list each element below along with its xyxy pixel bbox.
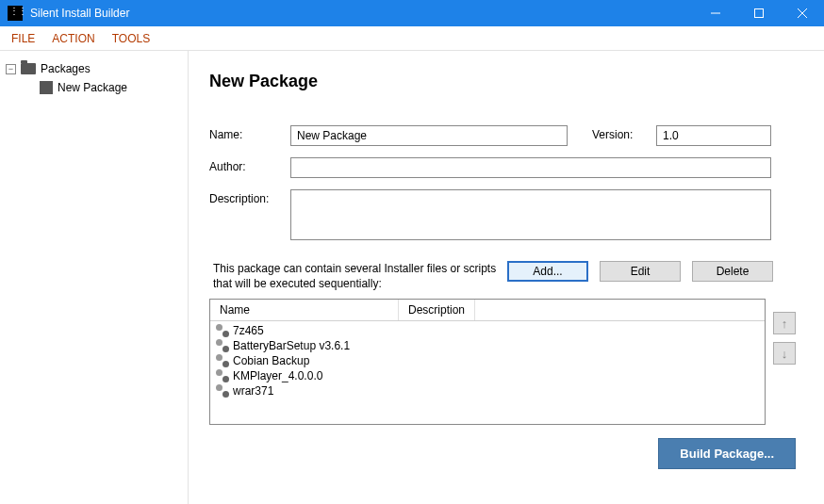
svg-rect-1 [755, 9, 764, 18]
version-label: Version: [592, 125, 656, 141]
delete-button[interactable]: Delete [692, 261, 773, 282]
description-input[interactable] [290, 189, 771, 240]
list-item[interactable]: BatteryBarSetup v3.6.1 [210, 338, 765, 353]
list-item-name: Cobian Backup [233, 354, 309, 367]
list-item[interactable]: wrar371 [210, 383, 765, 398]
folder-icon [21, 63, 36, 74]
author-label: Author: [209, 157, 290, 173]
description-label: Description: [209, 189, 290, 205]
close-button[interactable] [781, 0, 824, 26]
menubar: FILE ACTION TOOLS [0, 26, 824, 51]
col-header-name[interactable]: Name [210, 300, 399, 320]
list-header: Name Description [210, 300, 765, 321]
page-title: New Package [209, 72, 796, 91]
installer-icon [216, 324, 229, 337]
app-icon [8, 6, 23, 21]
sidebar: − Packages New Package [0, 51, 189, 504]
name-label: Name: [209, 125, 290, 141]
installer-icon [216, 354, 229, 367]
menu-file[interactable]: FILE [11, 32, 35, 45]
list-body: 7z465 BatteryBarSetup v3.6.1 Cobian Back… [210, 321, 765, 400]
list-item-name: wrar371 [233, 384, 273, 398]
list-item-name: BatteryBarSetup v3.6.1 [233, 339, 350, 352]
list-item[interactable]: 7z465 [210, 323, 765, 338]
move-up-button[interactable]: ↑ [773, 312, 796, 334]
tree-root-packages[interactable]: − Packages [0, 60, 188, 77]
installer-icon [216, 369, 229, 382]
author-input[interactable] [290, 157, 771, 178]
content-area: − Packages New Package New Package Name:… [0, 51, 824, 504]
edit-button[interactable]: Edit [600, 261, 681, 282]
tree-root-label: Packages [41, 62, 91, 75]
window-controls [694, 0, 824, 26]
list-item[interactable]: Cobian Backup [210, 353, 765, 368]
col-header-description[interactable]: Description [399, 300, 475, 320]
installer-hint: This package can contain several Install… [209, 261, 507, 291]
installer-list[interactable]: Name Description 7z465 BatteryBarSetup v… [209, 299, 766, 425]
list-item-name: 7z465 [233, 324, 264, 337]
list-item[interactable]: KMPlayer_4.0.0.0 [210, 368, 765, 383]
installer-icon [216, 339, 229, 352]
tree-item-new-package[interactable]: New Package [0, 77, 188, 98]
minimize-button[interactable] [694, 0, 737, 26]
collapse-icon[interactable]: − [6, 64, 16, 74]
installer-icon [216, 384, 229, 398]
main-panel: New Package Name: Version: Author: Descr… [189, 51, 824, 504]
name-input[interactable] [290, 125, 568, 146]
add-button[interactable]: Add... [507, 261, 588, 282]
package-icon [40, 81, 53, 94]
arrow-up-icon: ↑ [782, 317, 788, 331]
menu-action[interactable]: ACTION [52, 32, 94, 45]
arrow-down-icon: ↓ [782, 347, 788, 361]
titlebar: Silent Install Builder [0, 0, 824, 26]
window-title: Silent Install Builder [30, 7, 694, 20]
move-down-button[interactable]: ↓ [773, 342, 796, 365]
maximize-button[interactable] [737, 0, 781, 26]
list-item-name: KMPlayer_4.0.0.0 [233, 369, 322, 382]
version-input[interactable] [656, 125, 771, 146]
tree-item-label: New Package [58, 81, 127, 94]
menu-tools[interactable]: TOOLS [112, 32, 150, 45]
build-package-button[interactable]: Build Package... [658, 438, 796, 469]
